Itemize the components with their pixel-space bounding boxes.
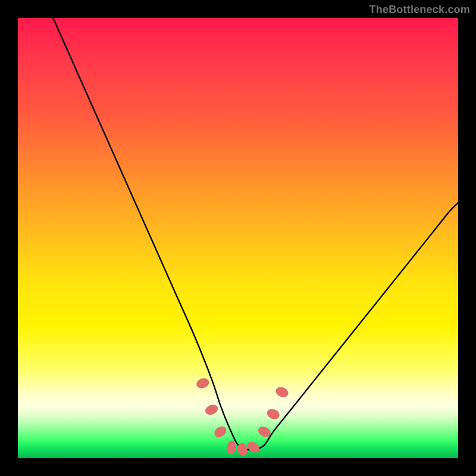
plot-area <box>18 18 458 458</box>
curve-marker <box>195 377 211 390</box>
attribution-label: TheBottleneck.com <box>369 4 470 16</box>
chart-frame: TheBottleneck.com <box>0 0 476 476</box>
curve-marker <box>212 424 228 440</box>
curve-marker <box>265 407 281 421</box>
curve-marker <box>203 403 219 416</box>
curve-marker-group <box>195 377 290 456</box>
bottleneck-curve-line <box>53 18 458 450</box>
bottleneck-curve-svg <box>18 18 458 458</box>
curve-marker <box>274 385 290 399</box>
curve-marker <box>245 440 261 455</box>
